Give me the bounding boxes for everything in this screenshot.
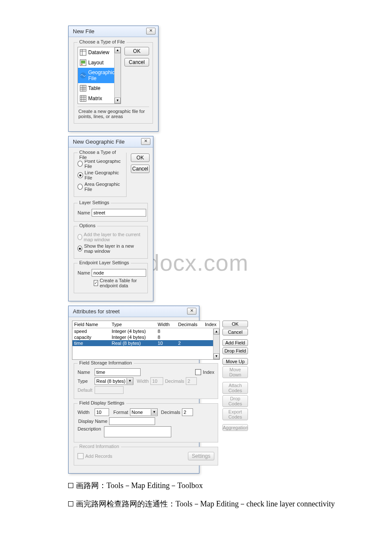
dialog-title: New File ✕ [69,26,158,37]
drop-field-button[interactable]: Drop Field [222,347,248,354]
move-up-button[interactable]: Move Up [222,358,248,365]
group-label: Choose a Type of File [78,39,127,44]
table-row[interactable]: speed Integer (4 bytes) 8 [72,328,219,334]
radio-area[interactable]: Area Geographic File [78,182,123,192]
format-label: Format [113,410,128,415]
close-icon[interactable]: ✕ [146,28,156,35]
description-label: Description [78,426,102,431]
table-row[interactable]: time Real (8 bytes) 10 2 [72,340,219,346]
scroll-up-icon[interactable]: ▲ [115,47,121,53]
add-field-button[interactable]: Add Field [222,339,248,346]
col-type: Type [110,321,156,328]
ok-button[interactable]: OK [131,153,150,162]
radio-add-current[interactable]: Add the layer to the current map window [78,232,144,242]
cell-dec [176,334,203,340]
ok-button[interactable]: OK [124,47,149,55]
bullet-icon [68,483,73,488]
title-text: Attributes for street [73,308,120,315]
chevron-down-icon: ▼ [151,409,157,415]
radio-line[interactable]: Line Geographic File [78,170,123,180]
cell-type: Integer (4 bytes) [110,328,156,334]
layer-name-input[interactable] [92,209,146,217]
move-down-button: Move Down [222,366,248,378]
width-label: Width [137,379,149,384]
storage-dec-input [186,377,197,385]
settings-button: Settings [188,452,214,460]
radio-label: Line Geographic File [85,170,123,180]
add-records-label: Add Records [85,454,112,459]
fields-grid[interactable]: Field Name Type Width Decimals Index spe… [72,321,220,360]
dialog-title: New Geographic File ✕ [69,136,153,147]
dialog-attributes: Attributes for street ✕ Field Name Type … [68,306,199,474]
svg-rect-4 [81,61,85,64]
group-label: Choose a Type of File [78,150,126,160]
attach-codes-button: Attach Codes [222,382,248,394]
file-type-listbox[interactable]: Dataview Layout Geographic File Table [78,47,121,104]
table-row[interactable]: capacity Integer (4 bytes) 8 [72,334,219,340]
display-width-input[interactable] [95,408,109,416]
displayname-input[interactable] [109,417,155,425]
cell-dec [176,328,203,334]
cell-dec: 2 [176,340,203,346]
footer-line-1: 画路网：Tools－Map Editing－Toolbox [68,480,358,492]
group-label: Options [78,223,97,228]
col-idx: Index [203,321,219,328]
scroll-up-icon[interactable]: ▲ [213,329,219,335]
cancel-button[interactable]: Cancel [222,329,248,335]
grid-header: Field Name Type Width Decimals Index [72,321,219,328]
scrollbar[interactable]: ▲ ▼ [114,47,121,104]
type-label: Type [78,379,93,384]
item-label: Matrix [88,95,102,101]
group-label: Field Storage Information [78,360,134,365]
scrollbar[interactable]: ▲ ▼ [213,329,219,359]
display-dec-input[interactable] [182,408,193,416]
cell-type: Integer (4 bytes) [110,334,156,340]
radio-label: Show the layer in a new map window [84,243,144,254]
col-dec: Decimals [176,321,203,328]
description-input[interactable] [104,426,171,437]
globe-icon [80,72,86,79]
text-cn: 画路网： [76,481,107,490]
format-select[interactable]: None ▼ [130,408,158,416]
close-icon[interactable]: ✕ [141,138,150,145]
name-label: Name [78,210,90,215]
scroll-down-icon[interactable]: ▼ [213,353,219,359]
close-icon[interactable]: ✕ [187,308,196,315]
text-en: Tools－Map Editing－Toolbox [107,481,203,490]
radio-label: Add the layer to the current map window [84,232,144,242]
svg-rect-7 [80,85,86,91]
storage-width-input [150,377,163,385]
index-checkbox[interactable] [195,369,201,375]
type-select[interactable]: Real (8 bytes) ▼ [95,377,133,385]
item-label: Layout [88,60,104,66]
checkbox-label: Create a Table for endpoint data [100,278,144,288]
checkbox-icon[interactable] [94,280,98,286]
cell-name: speed [72,328,110,334]
group-label: Endpoint Layer Settings [78,260,131,265]
cell-type: Real (8 bytes) [110,340,156,346]
storage-name-input[interactable] [95,368,141,376]
drop-codes-button: Drop Codes [222,395,248,407]
select-value: Real (8 bytes) [96,379,125,384]
aggregation-button: Aggregation [222,424,248,431]
bullet-icon [68,501,73,506]
svg-rect-12 [80,95,86,101]
cancel-button[interactable]: Cancel [131,165,150,173]
radio-label: Area Geographic File [84,182,123,192]
create-table-checkbox[interactable]: Create a Table for endpoint data [94,278,144,288]
radio-point[interactable]: Point Geographic File [78,159,123,169]
group-label: Layer Settings [78,200,111,205]
table-icon [80,85,86,92]
scroll-down-icon[interactable]: ▼ [115,98,121,104]
dialog-new-file: New File ✕ Choose a Type of File Datavie… [68,26,159,132]
item-label: Table [88,85,101,91]
endpoint-name-input[interactable] [92,269,146,277]
svg-point-5 [81,64,83,65]
title-text: New File [73,28,95,35]
cancel-button[interactable]: Cancel [124,58,149,66]
ok-button[interactable]: OK [222,321,248,327]
add-records-checkbox [78,453,84,459]
cell-width: 8 [156,334,176,340]
cell-width: 10 [156,340,176,346]
radio-show-new[interactable]: Show the layer in a new map window [78,243,144,254]
